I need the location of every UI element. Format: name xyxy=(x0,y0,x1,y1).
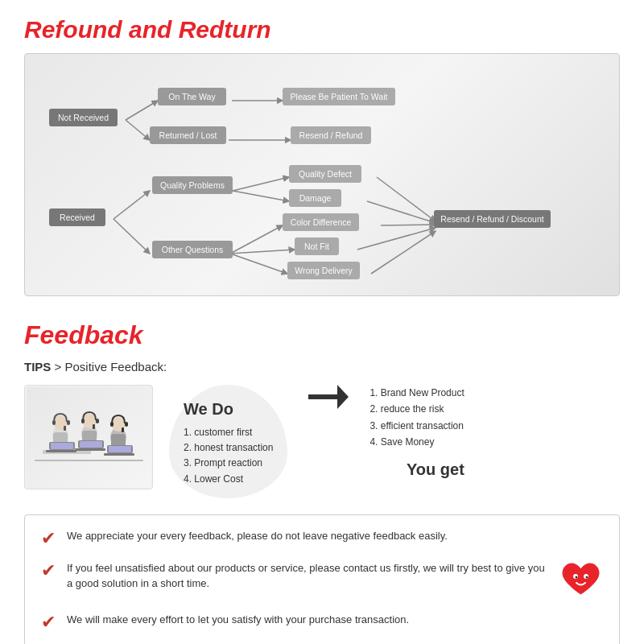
svg-rect-46 xyxy=(308,394,339,399)
flowchart-container: Not Received Received On The Way Returne… xyxy=(24,53,620,296)
feedback-section: Feedback TIPS > Positive Feedback: xyxy=(24,320,620,644)
note-item-3: ✔ We will make every effort to let you s… xyxy=(41,612,603,633)
svg-rect-39 xyxy=(110,422,114,427)
note-item-1: ✔ We appreciate your every feedback, ple… xyxy=(41,528,603,549)
cs-figures-svg xyxy=(27,387,151,488)
svg-line-2 xyxy=(114,191,150,219)
svg-line-3 xyxy=(114,219,150,254)
svg-line-8 xyxy=(230,225,283,254)
we-do-item-1: 1. customer first xyxy=(184,425,273,440)
resend-refund-discount-box: Resend / Refund / Discount xyxy=(434,210,551,228)
not-received-box: Not Received xyxy=(49,109,118,126)
we-do-title: We Do xyxy=(184,396,273,422)
svg-rect-20 xyxy=(52,420,56,425)
svg-rect-45 xyxy=(35,460,143,461)
svg-rect-22 xyxy=(64,426,66,431)
other-questions-box: Other Questions xyxy=(152,241,233,258)
feedback-notes: ✔ We appreciate your every feedback, ple… xyxy=(24,514,620,644)
wrong-delivery-box: Wrong Delivery xyxy=(287,262,360,279)
svg-rect-43 xyxy=(109,446,131,452)
big-arrow xyxy=(303,385,353,409)
section1-title: Refound and Redturn xyxy=(24,16,620,43)
note-text-3: We will make every effort to let you sat… xyxy=(67,612,603,628)
svg-line-1 xyxy=(126,120,150,140)
svg-line-11 xyxy=(377,177,436,221)
svg-line-7 xyxy=(233,191,289,201)
you-get-item-4: 4. Save Money xyxy=(369,434,464,450)
you-get-item-1: 1. Brand New Product xyxy=(369,385,464,401)
quality-problems-box: Quality Problems xyxy=(152,176,233,194)
svg-line-10 xyxy=(230,254,287,274)
you-get-item-3: 3. efficient transaction xyxy=(369,418,464,434)
you-get-title: You get xyxy=(369,456,464,483)
svg-line-14 xyxy=(357,228,436,250)
checkmark-3: ✔ xyxy=(41,612,56,633)
svg-line-13 xyxy=(381,225,436,225)
note-item-2: ✔ If you feel unsatisfied about our prod… xyxy=(41,560,603,601)
svg-rect-34 xyxy=(80,441,102,448)
svg-rect-21 xyxy=(67,420,70,425)
svg-rect-26 xyxy=(46,450,76,452)
received-box: Received xyxy=(49,208,105,226)
tips-line: TIPS > Positive Feedback: xyxy=(24,360,620,374)
svg-rect-35 xyxy=(75,448,105,451)
svg-line-0 xyxy=(126,101,158,120)
resend-refund1-box: Resend / Refund xyxy=(291,126,371,144)
color-diff-box: Color Difference xyxy=(283,213,359,231)
svg-line-6 xyxy=(233,177,289,191)
svg-rect-41 xyxy=(122,427,124,432)
we-do-item-3: 3. Prompt reaction xyxy=(184,456,273,471)
you-get-item-2: 2. reduce the risk xyxy=(369,401,464,417)
arrow-svg xyxy=(308,385,349,409)
checkmark-1: ✔ xyxy=(41,528,56,549)
svg-line-15 xyxy=(371,231,436,274)
damage-box: Damage xyxy=(289,189,341,207)
tips-text: Positive Feedback: xyxy=(64,360,167,374)
heart-icon xyxy=(559,560,603,601)
page-container: Refound and Redturn xyxy=(0,0,644,644)
you-get-box: 1. Brand New Product 2. reduce the risk … xyxy=(369,385,464,483)
returned-lost-box: Returned / Lost xyxy=(150,126,226,144)
we-do-item-4: 4. Lower Cost xyxy=(184,472,273,487)
svg-rect-44 xyxy=(104,453,134,456)
svg-point-51 xyxy=(586,576,588,578)
note-text-1: We appreciate your every feedback, pleas… xyxy=(67,528,603,544)
on-the-way-box: On The Way xyxy=(158,88,226,105)
quality-defect-box: Quality Defect xyxy=(289,165,361,183)
checkmark-2: ✔ xyxy=(41,560,56,581)
svg-line-9 xyxy=(230,250,295,254)
svg-rect-31 xyxy=(96,419,99,423)
svg-rect-30 xyxy=(81,419,85,423)
svg-rect-25 xyxy=(51,443,73,449)
we-do-container: We Do 1. customer first 2. honest transa… xyxy=(169,385,287,498)
note-text-2: If you feel unsatisfied about our produc… xyxy=(67,560,547,592)
svg-line-12 xyxy=(367,201,436,223)
feedback-row: We Do 1. customer first 2. honest transa… xyxy=(24,385,620,498)
svg-rect-32 xyxy=(93,424,95,429)
we-do-item-2: 2. honest transaction xyxy=(184,440,273,456)
svg-marker-47 xyxy=(337,385,349,409)
we-do-box: We Do 1. customer first 2. honest transa… xyxy=(169,385,287,498)
tips-label: TIPS xyxy=(24,360,51,374)
please-wait-box: Please Be Patient To Wait xyxy=(283,88,395,105)
flowchart: Not Received Received On The Way Returne… xyxy=(33,70,629,279)
svg-point-50 xyxy=(576,576,578,578)
cs-image xyxy=(24,385,153,489)
svg-rect-40 xyxy=(125,422,128,427)
tips-arrow: > xyxy=(55,360,62,374)
not-fit-box: Not Fit xyxy=(295,237,339,255)
section2-title: Feedback xyxy=(24,320,620,350)
